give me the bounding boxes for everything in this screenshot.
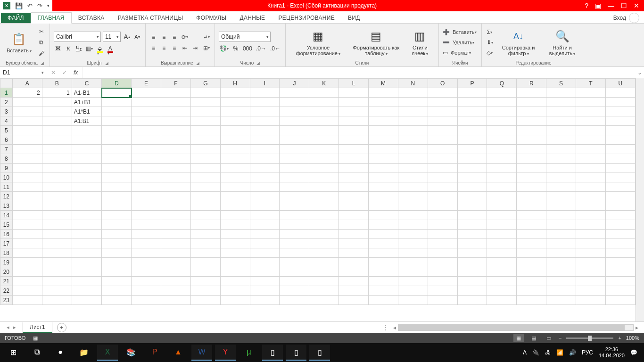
align-launcher[interactable]: ◢	[196, 61, 199, 66]
hscroll-left-icon[interactable]: ◂	[391, 324, 398, 331]
cell-F12[interactable]	[161, 192, 191, 201]
cell-U9[interactable]	[605, 164, 635, 173]
cell-O6[interactable]	[428, 135, 457, 145]
cell-N7[interactable]	[398, 145, 428, 154]
cell-K12[interactable]	[309, 192, 339, 201]
cell-C8[interactable]	[72, 154, 102, 164]
cell-G14[interactable]	[190, 211, 220, 220]
cell-U13[interactable]	[605, 201, 635, 211]
cell-U21[interactable]	[605, 277, 635, 286]
qat-customize-icon[interactable]: ▾	[47, 3, 50, 8]
cell-O4[interactable]	[428, 116, 457, 126]
cell-P4[interactable]	[457, 116, 487, 126]
tab-формулы[interactable]: ФОРМУЛЫ	[190, 13, 233, 23]
cell-M11[interactable]	[368, 182, 398, 192]
cell-D15[interactable]	[102, 220, 132, 230]
cell-H19[interactable]	[220, 258, 250, 267]
cell-G4[interactable]	[190, 116, 220, 126]
cell-S11[interactable]	[546, 182, 576, 192]
cell-B4[interactable]	[42, 116, 72, 126]
cell-U14[interactable]	[605, 211, 635, 220]
cell-S6[interactable]	[546, 135, 576, 145]
cell-O2[interactable]	[428, 98, 457, 107]
cell-J12[interactable]	[280, 192, 309, 201]
cell-C18[interactable]	[72, 248, 102, 258]
cell-E20[interactable]	[132, 267, 161, 277]
cell-N2[interactable]	[398, 98, 428, 107]
cell-F4[interactable]	[161, 116, 191, 126]
cell-J4[interactable]	[280, 116, 309, 126]
align-bottom-icon[interactable]: ≡	[170, 33, 179, 42]
sheet-tab-1[interactable]: Лист1	[23, 322, 52, 333]
spreadsheet-grid[interactable]: ABCDEFGHIJKLMNOPQRSTU 121A1-B12A1+B13A1*…	[0, 78, 636, 305]
insert-function-icon[interactable]: fx	[74, 69, 78, 76]
cell-B23[interactable]	[42, 296, 72, 305]
format-cells-button[interactable]: Формат	[450, 48, 472, 58]
cell-E10[interactable]	[132, 173, 161, 182]
cell-M5[interactable]	[368, 126, 398, 135]
cell-I20[interactable]	[250, 267, 280, 277]
cell-N14[interactable]	[398, 211, 428, 220]
cell-P11[interactable]	[457, 182, 487, 192]
cell-D11[interactable]	[102, 182, 132, 192]
cell-A1[interactable]: 2	[12, 88, 42, 98]
cell-L2[interactable]	[339, 98, 369, 107]
row-header-18[interactable]: 18	[0, 248, 13, 258]
cell-H23[interactable]	[220, 296, 250, 305]
font-color-icon[interactable]: A	[106, 44, 115, 53]
format-painter-icon[interactable]: 🖌	[37, 49, 46, 58]
cell-G20[interactable]	[190, 267, 220, 277]
cell-G1[interactable]	[190, 88, 220, 98]
cell-N13[interactable]	[398, 201, 428, 211]
undo-icon[interactable]: ↶	[27, 2, 33, 9]
cell-J6[interactable]	[280, 135, 309, 145]
increase-font-icon[interactable]: A▴	[123, 32, 131, 41]
cell-L6[interactable]	[339, 135, 369, 145]
tab-разметка страницы[interactable]: РАЗМЕТКА СТРАНИЦЫ	[111, 13, 190, 23]
cell-N21[interactable]	[398, 277, 428, 286]
cell-F20[interactable]	[161, 267, 191, 277]
cell-J20[interactable]	[280, 267, 309, 277]
cell-A18[interactable]	[12, 248, 42, 258]
taskbar-powerpoint[interactable]: P	[144, 345, 165, 361]
cell-M10[interactable]	[368, 173, 398, 182]
cell-K2[interactable]	[309, 98, 339, 107]
comma-format-icon[interactable]: 000	[242, 44, 253, 53]
row-header-22[interactable]: 22	[0, 286, 13, 296]
cell-F23[interactable]	[161, 296, 191, 305]
cell-N17[interactable]	[398, 239, 428, 248]
cell-Q17[interactable]	[487, 239, 517, 248]
cell-M22[interactable]	[368, 286, 398, 296]
cell-O16[interactable]	[428, 230, 457, 239]
cell-F9[interactable]	[161, 164, 191, 173]
col-header-I[interactable]: I	[250, 79, 280, 88]
cell-E18[interactable]	[132, 248, 161, 258]
cell-F17[interactable]	[161, 239, 191, 248]
cell-K23[interactable]	[309, 296, 339, 305]
cell-I6[interactable]	[250, 135, 280, 145]
cell-R19[interactable]	[517, 258, 546, 267]
cell-G6[interactable]	[190, 135, 220, 145]
cell-L1[interactable]	[339, 88, 369, 98]
cell-F13[interactable]	[161, 201, 191, 211]
hscroll-handle-icon[interactable]: ⋮	[383, 324, 388, 331]
cell-D22[interactable]	[102, 286, 132, 296]
cell-A3[interactable]	[12, 107, 42, 116]
cell-C2[interactable]: A1+B1	[72, 98, 102, 107]
cell-G11[interactable]	[190, 182, 220, 192]
cell-N18[interactable]	[398, 248, 428, 258]
cell-S4[interactable]	[546, 116, 576, 126]
cell-B2[interactable]	[42, 98, 72, 107]
cell-M17[interactable]	[368, 239, 398, 248]
cell-O1[interactable]	[428, 88, 457, 98]
col-header-O[interactable]: O	[428, 79, 457, 88]
col-header-K[interactable]: K	[309, 79, 339, 88]
cell-N12[interactable]	[398, 192, 428, 201]
cell-P18[interactable]	[457, 248, 487, 258]
cell-S2[interactable]	[546, 98, 576, 107]
zoom-level[interactable]: 100%	[626, 335, 639, 341]
cell-D20[interactable]	[102, 267, 132, 277]
select-all-corner[interactable]	[0, 79, 13, 88]
cell-R5[interactable]	[517, 126, 546, 135]
cell-H4[interactable]	[220, 116, 250, 126]
